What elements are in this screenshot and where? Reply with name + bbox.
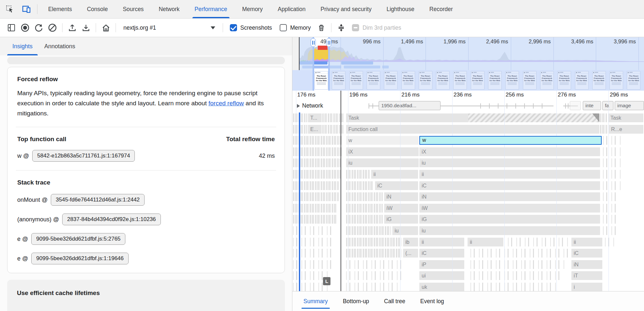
filmstrip-screenshot[interactable]: The React Framework for the Web: [557, 71, 571, 90]
flame-bar[interactable]: iT: [571, 271, 602, 280]
tab-insights[interactable]: Insights: [7, 37, 38, 55]
flame-bar[interactable]: Function call: [346, 125, 599, 134]
filmstrip-screenshot[interactable]: The React Framework for the Web: [540, 71, 554, 90]
flame-bar[interactable]: [293, 125, 307, 134]
filmstrip-screenshot[interactable]: The React Framework for the Web: [453, 71, 467, 90]
drag-grip-icon[interactable]: [326, 38, 331, 47]
flame-bar[interactable]: Task: [608, 113, 643, 122]
flame-bar[interactable]: iC: [419, 181, 600, 190]
tab-summary[interactable]: Summary: [298, 291, 333, 311]
flame-bar[interactable]: iP: [419, 260, 464, 269]
flame-bar[interactable]: ii: [419, 170, 600, 179]
flame-bar[interactable]: E...: [308, 125, 322, 134]
flame-bar[interactable]: iN: [571, 260, 602, 269]
fit-to-window-icon[interactable]: [334, 21, 348, 35]
flame-bar[interactable]: [603, 192, 619, 201]
forced-reflow-link[interactable]: forced reflow: [208, 100, 244, 107]
tab-annotations[interactable]: Annotations: [38, 37, 81, 55]
flame-bar[interactable]: iX: [346, 147, 419, 156]
source-location-link[interactable]: 9099-5bee326dd621dfbf.js:1:19646: [31, 253, 128, 264]
filmstrip-screenshot[interactable]: The React Framework for the Web: [575, 71, 589, 90]
filmstrip-screenshot[interactable]: The React Framework for the Web: [505, 71, 519, 90]
filmstrip-screenshot[interactable]: The React Framework for the Web: [419, 71, 432, 90]
flame-bar[interactable]: [346, 238, 402, 246]
flame-bar[interactable]: iN: [384, 192, 418, 201]
flame-bar[interactable]: [603, 181, 621, 190]
source-location-link[interactable]: 5842-e12b863a5c711761.js:1:167974: [32, 150, 135, 162]
flame-bar[interactable]: [508, 238, 568, 246]
network-request[interactable]: fa: [602, 101, 613, 110]
drag-grip-icon[interactable]: [311, 38, 316, 47]
selection-handle-right[interactable]: [328, 37, 330, 91]
flame-bar[interactable]: [603, 170, 621, 179]
filmstrip-screenshot[interactable]: The React Framework for the Web: [332, 71, 345, 90]
flame-bar[interactable]: iN: [419, 192, 600, 201]
network-request[interactable]: [570, 101, 581, 110]
history-select[interactable]: nextjs.org #1: [119, 21, 220, 35]
timeline-overview[interactable]: 496 ms996 ms1,496 ms1,996 ms2,496 ms2,99…: [292, 37, 644, 70]
previous-insight-card[interactable]: [7, 57, 285, 64]
home-icon[interactable]: [99, 21, 113, 35]
collect-garbage-icon[interactable]: [315, 21, 328, 35]
flame-bar[interactable]: [322, 113, 344, 122]
flame-bar[interactable]: [470, 283, 558, 291]
flame-bar[interactable]: ui: [419, 271, 464, 280]
tab-bottom-up[interactable]: Bottom-up: [338, 291, 374, 311]
tab-network[interactable]: Network: [151, 0, 187, 18]
record-icon[interactable]: [18, 21, 32, 35]
flame-bar[interactable]: [468, 113, 599, 122]
flame-bar[interactable]: [346, 170, 370, 179]
filmstrip-screenshot[interactable]: The React Framework for the Web: [627, 71, 640, 90]
tab-privacy-and-security[interactable]: Privacy and security: [313, 0, 379, 18]
flame-bar[interactable]: iW: [419, 204, 600, 213]
upload-profile-icon[interactable]: [65, 21, 79, 35]
flame-bar[interactable]: [600, 113, 607, 122]
flame-bar[interactable]: i: [571, 283, 602, 291]
tab-lighthouse[interactable]: Lighthouse: [379, 0, 422, 18]
flame-bar[interactable]: iX: [419, 147, 600, 156]
flame-bar[interactable]: [605, 238, 615, 246]
device-toolbar-icon[interactable]: [20, 3, 34, 16]
network-track-header[interactable]: Network: [297, 102, 323, 109]
flame-bar[interactable]: [600, 125, 608, 134]
flame-bar[interactable]: [346, 249, 402, 258]
filmstrip-screenshot[interactable]: The React Framework for the Web: [609, 71, 623, 90]
screenshots-filmstrip[interactable]: The React Framework for the WebThe React…: [292, 70, 644, 91]
flame-bar[interactable]: [346, 204, 383, 213]
tab-recorder[interactable]: Recorder: [422, 0, 460, 18]
flame-bar[interactable]: [603, 147, 623, 156]
flame-bar[interactable]: T...: [308, 113, 322, 122]
tab-call-tree[interactable]: Call tree: [379, 291, 411, 311]
flame-bar-selected[interactable]: w: [419, 136, 602, 145]
flame-bar[interactable]: iu: [419, 158, 600, 167]
flame-bar[interactable]: [346, 215, 383, 224]
tab-elements[interactable]: Elements: [41, 0, 79, 18]
flame-bar[interactable]: [346, 260, 402, 269]
flame-bar[interactable]: [346, 226, 391, 235]
network-request[interactable]: image: [615, 101, 644, 110]
network-track[interactable]: Network 1950.dea8fad...: [292, 100, 644, 112]
source-location-link[interactable]: 3545-fd6e7644112d46af.js:1:2442: [51, 194, 145, 206]
flame-bar[interactable]: iG: [419, 215, 600, 224]
tab-console[interactable]: Console: [79, 0, 115, 18]
network-request[interactable]: inte: [583, 101, 601, 110]
flame-bar[interactable]: iu: [346, 158, 419, 167]
flame-bar[interactable]: [603, 158, 623, 167]
disclosure-triangle-icon[interactable]: [297, 104, 300, 108]
flame-bar[interactable]: uk: [419, 283, 464, 291]
flame-bar[interactable]: [346, 192, 383, 201]
flame-bar[interactable]: ii: [571, 238, 602, 246]
flame-bar[interactable]: [346, 271, 402, 280]
flame-bar[interactable]: [470, 249, 568, 258]
insights-scroll-area[interactable]: Forced reflow Many APIs, typically readi…: [0, 55, 292, 311]
flame-bar[interactable]: [603, 226, 616, 235]
flame-bar[interactable]: iu: [419, 226, 600, 235]
flame-bar[interactable]: [603, 136, 623, 145]
flame-bar[interactable]: iC: [571, 249, 602, 258]
cache-lifetimes-card[interactable]: Use efficient cache lifetimes: [7, 280, 285, 311]
filmstrip-screenshot[interactable]: The React Framework for the Web: [367, 71, 380, 90]
flame-bar[interactable]: [293, 147, 342, 156]
filmstrip-screenshot[interactable]: The React Framework for the Web: [401, 71, 415, 90]
flame-bar[interactable]: iW: [384, 204, 418, 213]
filmstrip-screenshot[interactable]: The React Framework for the Web: [315, 71, 328, 90]
